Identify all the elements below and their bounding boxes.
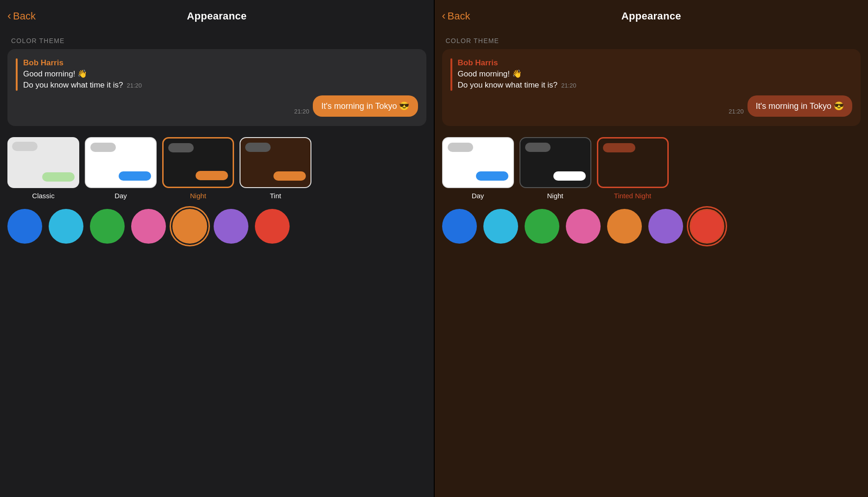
theme-thumbnail-night — [162, 137, 234, 188]
right-theme-option-night[interactable]: Night — [520, 137, 591, 200]
tinted-bubble-in — [245, 143, 271, 152]
theme-option-classic[interactable]: Classic — [7, 137, 79, 200]
theme-thumbnail-tinted — [240, 137, 311, 188]
right-theme-label-tinted: Tinted Night — [614, 192, 651, 200]
right-message-line2: Do you know what time it is? — [458, 80, 558, 91]
right-theme-thumbnail-night — [520, 137, 591, 188]
left-outgoing-row: 21:20 It's morning in Tokyo 😎 — [16, 95, 418, 117]
right-message-line1: Good morning! 👋 — [458, 69, 577, 80]
right-theme-thumbnail-tinted — [597, 137, 669, 188]
theme-label-classic: Classic — [32, 192, 54, 200]
tinted-bubble-in-row — [245, 143, 306, 152]
right-back-button[interactable]: ‹ Back — [442, 10, 470, 22]
left-panel: ‹ Back Appearance COLOR THEME Bob Harris… — [0, 0, 434, 497]
day-bubble-out-row — [90, 171, 151, 181]
day-bubble-out — [119, 171, 151, 181]
right-section-label: COLOR THEME — [435, 30, 868, 49]
left-accent-bar — [16, 58, 18, 91]
color-cyan[interactable] — [49, 209, 83, 244]
right-color-green[interactable] — [525, 209, 559, 244]
right-color-orange[interactable] — [607, 209, 642, 244]
right-outgoing-bubble: It's morning in Tokyo 😎 — [748, 95, 852, 117]
day-bubble-in — [90, 143, 116, 152]
right-incoming-message: Bob Harris Good morning! 👋 Do you know w… — [450, 58, 853, 91]
right-night-bubble-out — [553, 171, 586, 181]
right-message-line2-row: Do you know what time it is? 21:20 — [458, 80, 577, 91]
classic-bubble-out — [42, 172, 75, 182]
classic-bubble-in — [12, 142, 38, 151]
left-message-content: Bob Harris Good morning! 👋 Do you know w… — [23, 58, 142, 91]
theme-label-tinted: Tint — [270, 192, 281, 200]
right-sender-name: Bob Harris — [458, 58, 577, 68]
left-message-line1: Good morning! 👋 — [23, 69, 142, 80]
left-theme-selector: Classic Day Ni — [0, 133, 434, 205]
color-purple[interactable] — [214, 209, 248, 244]
right-back-chevron-icon: ‹ — [442, 9, 446, 22]
tinted-bubble-out-row — [245, 171, 306, 181]
right-day-bubble-in — [448, 143, 473, 152]
classic-bubble-out-row — [12, 172, 75, 182]
left-outgoing-bubble: It's morning in Tokyo 😎 — [313, 95, 418, 117]
theme-option-day[interactable]: Day — [85, 137, 157, 200]
right-color-blue[interactable] — [442, 209, 477, 244]
right-theme-label-night: Night — [547, 192, 563, 200]
right-day-bubble-in-row — [448, 143, 508, 152]
left-section-label: COLOR THEME — [0, 30, 434, 49]
left-time1: 21:20 — [127, 82, 142, 89]
classic-bubble-in-row — [12, 142, 75, 151]
right-night-bubble-out-row — [525, 171, 586, 181]
right-theme-option-tinted[interactable]: Tinted Night — [597, 137, 669, 200]
left-incoming-message: Bob Harris Good morning! 👋 Do you know w… — [16, 58, 418, 91]
left-sender-name: Bob Harris — [23, 58, 142, 68]
color-blue[interactable] — [7, 209, 42, 244]
left-color-picker — [0, 205, 434, 251]
right-night-bubble-in-row — [525, 143, 586, 152]
right-theme-label-day: Day — [472, 192, 484, 200]
back-chevron-icon: ‹ — [7, 9, 11, 22]
theme-thumbnail-day — [85, 137, 157, 188]
right-header: ‹ Back Appearance — [435, 0, 868, 30]
left-back-label: Back — [13, 10, 36, 22]
right-color-cyan[interactable] — [483, 209, 518, 244]
left-outgoing-time: 21:20 — [294, 108, 310, 115]
right-day-bubble-out — [476, 171, 508, 181]
theme-label-day: Day — [114, 192, 127, 200]
theme-label-night: Night — [190, 192, 206, 200]
right-theme-selector: Day Night Tinted Night — [435, 133, 868, 205]
day-bubble-in-row — [90, 143, 151, 152]
right-title: Appearance — [621, 10, 681, 22]
right-tinted-bubble-in-row — [603, 143, 663, 152]
right-accent-bar — [450, 58, 452, 91]
right-color-picker — [435, 205, 868, 251]
right-color-pink[interactable] — [566, 209, 601, 244]
left-back-button[interactable]: ‹ Back — [7, 10, 36, 22]
night-bubble-out-row — [168, 171, 228, 180]
theme-option-tinted[interactable]: Tint — [240, 137, 311, 200]
right-outgoing-row: 21:20 It's morning in Tokyo 😎 — [450, 95, 853, 117]
night-bubble-in — [168, 143, 194, 152]
right-color-red[interactable] — [690, 209, 724, 244]
right-theme-option-day[interactable]: Day — [442, 137, 514, 200]
right-night-bubble-in — [525, 143, 551, 152]
left-message-line2-row: Do you know what time it is? 21:20 — [23, 80, 142, 91]
color-orange[interactable] — [172, 209, 207, 244]
left-message-line2: Do you know what time it is? — [23, 80, 123, 91]
right-day-bubble-out-row — [448, 171, 508, 181]
color-green[interactable] — [90, 209, 125, 244]
right-color-purple[interactable] — [648, 209, 683, 244]
tinted-bubble-out — [273, 171, 306, 181]
left-header: ‹ Back Appearance — [0, 0, 434, 30]
left-chat-preview: Bob Harris Good morning! 👋 Do you know w… — [7, 49, 426, 126]
night-bubble-out — [196, 171, 228, 180]
color-red[interactable] — [255, 209, 290, 244]
right-tinted-bubble-in — [603, 143, 635, 152]
right-back-label: Back — [448, 10, 470, 22]
theme-option-night[interactable]: Night — [162, 137, 234, 200]
left-title: Appearance — [187, 10, 247, 22]
night-bubble-in-row — [168, 143, 228, 152]
right-outgoing-time: 21:20 — [729, 108, 744, 115]
right-message-content: Bob Harris Good morning! 👋 Do you know w… — [458, 58, 577, 91]
right-panel: ‹ Back Appearance COLOR THEME Bob Harris… — [435, 0, 868, 497]
color-pink[interactable] — [131, 209, 166, 244]
right-theme-thumbnail-day — [442, 137, 514, 188]
